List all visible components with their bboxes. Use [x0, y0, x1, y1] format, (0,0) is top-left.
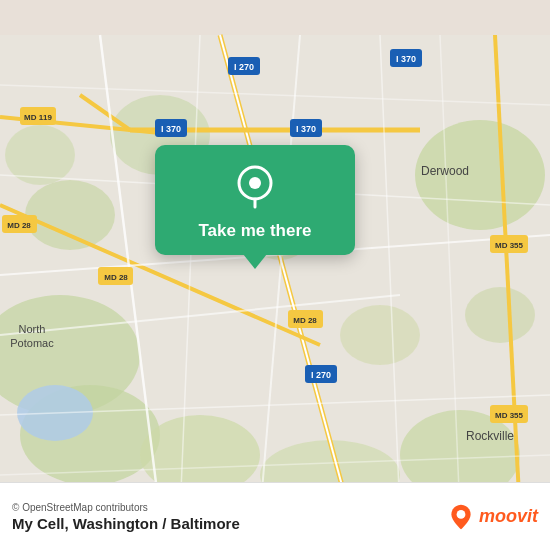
moovit-logo: moovit — [447, 503, 538, 531]
svg-text:MD 355: MD 355 — [495, 411, 524, 420]
svg-point-59 — [249, 177, 261, 189]
svg-point-61 — [457, 510, 466, 519]
svg-text:Derwood: Derwood — [421, 164, 469, 178]
moovit-brand-icon — [447, 503, 475, 531]
svg-text:MD 28: MD 28 — [7, 221, 31, 230]
svg-point-12 — [465, 287, 535, 343]
svg-text:I 370: I 370 — [396, 54, 416, 64]
svg-text:North: North — [19, 323, 46, 335]
moovit-brand-text: moovit — [479, 506, 538, 527]
map-svg: I 270 I 270 I 370 I 370 I 370 MD 28 MD 2… — [0, 0, 550, 550]
svg-point-11 — [340, 305, 420, 365]
svg-text:Potomac: Potomac — [10, 337, 54, 349]
svg-text:MD 28: MD 28 — [104, 273, 128, 282]
svg-text:I 270: I 270 — [311, 370, 331, 380]
svg-text:MD 28: MD 28 — [293, 316, 317, 325]
map-container: I 270 I 270 I 370 I 370 I 370 MD 28 MD 2… — [0, 0, 550, 550]
bottom-left-info: © OpenStreetMap contributors My Cell, Wa… — [12, 502, 240, 532]
location-pin-icon — [231, 163, 279, 211]
popup-card[interactable]: Take me there — [155, 145, 355, 255]
svg-text:I 370: I 370 — [296, 124, 316, 134]
svg-text:MD 119: MD 119 — [24, 113, 53, 122]
svg-text:MD 355: MD 355 — [495, 241, 524, 250]
bottom-bar: © OpenStreetMap contributors My Cell, Wa… — [0, 482, 550, 550]
svg-text:I 270: I 270 — [234, 62, 254, 72]
svg-text:I 370: I 370 — [161, 124, 181, 134]
take-me-there-label: Take me there — [198, 221, 311, 241]
svg-point-8 — [25, 180, 115, 250]
osm-credit: © OpenStreetMap contributors — [12, 502, 240, 513]
location-title: My Cell, Washington / Baltimore — [12, 515, 240, 532]
svg-text:Rockville: Rockville — [466, 429, 514, 443]
